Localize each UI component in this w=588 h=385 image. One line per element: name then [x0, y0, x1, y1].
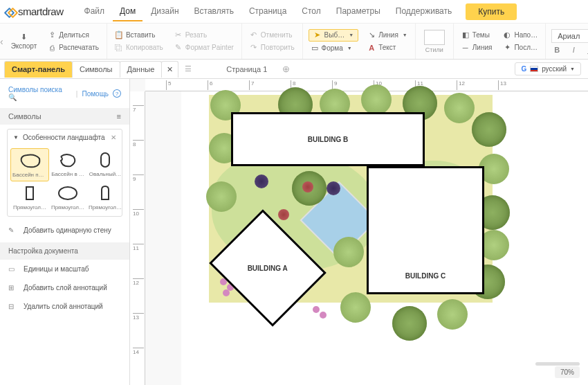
tree-shape[interactable] — [340, 292, 371, 323]
add-annotation-layer[interactable]: ⊞ Добавить слой аннотаций — [0, 278, 129, 297]
help-icon[interactable]: ? — [113, 89, 121, 98]
menu-file[interactable]: Файл — [77, 2, 112, 21]
effects-button[interactable]: ✦Посл… — [501, 42, 540, 53]
units-scale-action[interactable]: ▭ Единицы и масштаб — [0, 260, 129, 278]
line-style-icon: ─ — [461, 44, 470, 52]
cut-button[interactable]: ✂Резать — [172, 30, 236, 41]
symbol-oval[interactable]: Овальный… — [86, 148, 124, 181]
paste-button[interactable]: 📋Вставить — [113, 30, 165, 41]
menu-design[interactable]: Дизайн — [144, 2, 185, 21]
themes-button[interactable]: ◧Темы — [459, 30, 495, 41]
chevron-down-icon: ▼ — [570, 66, 575, 71]
font-family-select[interactable]: Ариал — [551, 29, 588, 43]
format-painter-button[interactable]: ✎Формат Painter — [172, 42, 236, 53]
ruler-tick: 13 — [498, 80, 506, 90]
menu-support[interactable]: Поддерживать — [389, 2, 459, 21]
symbol-rect-3[interactable]: Прямоугол… — [86, 181, 124, 213]
style-swatch[interactable] — [424, 30, 445, 45]
menu-icon[interactable]: ≡ — [117, 112, 121, 120]
ribbon-group-undo: ↶Отменить ↷Повторить — [242, 24, 303, 59]
symbol-group-header[interactable]: ▼ Особенности ландшафта ✕ — [8, 129, 122, 145]
shrub-shape[interactable] — [302, 181, 313, 192]
shrub-shape[interactable] — [327, 181, 340, 195]
canvas[interactable]: 5 6 7 8 9 10 11 12 13 7 8 9 10 11 12 13 … — [130, 79, 588, 385]
ruler-tick: 9 — [133, 174, 144, 182]
add-page-button[interactable]: ⊕ — [282, 64, 290, 74]
tree-shape[interactable] — [206, 181, 237, 212]
flower-shape[interactable] — [320, 312, 327, 319]
zoom-level[interactable]: 70% — [555, 366, 580, 378]
menu-insert[interactable]: Вставлять — [187, 2, 241, 21]
symbol-pool-irregular[interactable]: Бассейн пр… — [10, 148, 49, 181]
search-icon: 🔍 — [8, 93, 17, 101]
add-wall-action[interactable]: ✎ Добавить одинарную стену — [0, 221, 129, 240]
document-tabs: Страница 1 ⊕ — [219, 62, 290, 76]
shrub-shape[interactable] — [278, 209, 289, 220]
tree-shape[interactable] — [392, 306, 427, 341]
menu-options[interactable]: Параметры — [329, 2, 387, 21]
styles-label: Стили — [424, 46, 445, 53]
ruler-vertical: 7 8 9 10 11 12 13 14 — [130, 91, 145, 385]
doc-tab-1[interactable]: Страница 1 — [219, 62, 274, 76]
shrub-shape[interactable] — [255, 174, 268, 188]
drawing-page[interactable]: BUILDING B BUILDING C BUILDING A — [181, 91, 588, 385]
help-link[interactable]: Помощь — [82, 90, 109, 98]
symbol-pool-kidney[interactable]: Бассейн в … — [49, 148, 86, 181]
menu-page[interactable]: Страница — [242, 2, 293, 21]
remove-annotation-layer[interactable]: ⊟ Удалить слой аннотаций — [0, 297, 129, 316]
symbol-rect-2[interactable]: Прямоугол… — [49, 181, 86, 213]
themes-label: Темы — [472, 31, 490, 39]
scroll-indicator[interactable] — [535, 362, 580, 366]
print-button[interactable]: ⎙Распечатать — [46, 42, 101, 53]
shape-tool[interactable]: ▭Форма▼ — [309, 43, 359, 54]
app-logo: smartdraw — [6, 6, 64, 17]
search-symbols-link[interactable]: Символы поиска 🔍 — [8, 86, 72, 101]
page-list-toggle[interactable]: ☰ — [178, 64, 199, 73]
flag-icon — [530, 66, 538, 72]
tab-smart-panel[interactable]: Смарт-панель — [4, 61, 73, 78]
text-tool[interactable]: AТекст — [365, 42, 410, 53]
buy-button[interactable]: Купить — [466, 3, 517, 20]
tree-shape[interactable] — [444, 93, 475, 123]
export-label: Экспорт — [11, 42, 37, 50]
close-icon[interactable]: ✕ — [111, 134, 116, 141]
select-tool[interactable]: ➤Выб…▼ — [309, 29, 359, 42]
tree-shape[interactable] — [472, 112, 506, 147]
fill-button[interactable]: ◐Напо… — [501, 30, 540, 41]
tree-shape[interactable] — [361, 84, 392, 115]
tab-data[interactable]: Данные — [120, 61, 163, 78]
symbol-grid: Бассейн пр… Бассейн в … Овальный… Прямоу… — [8, 145, 122, 216]
tree-shape[interactable] — [437, 299, 468, 330]
tab-symbols[interactable]: Символы — [72, 61, 120, 78]
share-label: Делиться — [59, 31, 89, 39]
symbol-label: Овальный… — [88, 171, 122, 177]
menu-table[interactable]: Стол — [295, 2, 327, 21]
tab-close[interactable]: ✕ — [161, 61, 178, 78]
share-button[interactable]: ⇪Делиться — [46, 30, 101, 41]
symbol-rect-1[interactable]: Прямоугол… — [10, 181, 49, 213]
menu-home[interactable]: Дом — [113, 2, 143, 21]
ribbon-group-font: Ариал 10 ▼ B I U x₂ x² A Ω — [546, 24, 588, 59]
undo-button[interactable]: ↶Отменить — [248, 30, 297, 41]
bold-button[interactable]: B — [551, 46, 562, 54]
undo-label: Отменить — [261, 31, 293, 39]
line-tool[interactable]: ↘Линия▼ — [365, 30, 410, 41]
line-format-button[interactable]: ─Линия — [459, 42, 495, 53]
building-b[interactable]: BUILDING B — [231, 112, 425, 166]
menu-items: Файл Дом Дизайн Вставлять Страница Стол … — [77, 2, 459, 21]
line-label: Линия — [378, 31, 398, 39]
italic-button[interactable]: I — [568, 46, 579, 54]
export-button[interactable]: ⬇ Экспорт — [9, 32, 39, 51]
flower-shape[interactable] — [223, 289, 230, 296]
copy-button[interactable]: ⿻Копировать — [113, 42, 165, 53]
building-c[interactable]: BUILDING C — [367, 166, 484, 294]
ruler-tick: 13 — [133, 313, 144, 321]
flower-shape[interactable] — [313, 306, 320, 313]
redo-label: Повторить — [261, 44, 295, 51]
fill-icon: ◐ — [503, 31, 511, 39]
tree-shape[interactable] — [333, 237, 364, 267]
redo-button[interactable]: ↷Повторить — [248, 42, 297, 53]
underline-button[interactable]: U — [585, 46, 588, 54]
ruler-tick: 7 — [249, 80, 254, 90]
language-selector[interactable]: G русский ▼ — [515, 62, 581, 75]
